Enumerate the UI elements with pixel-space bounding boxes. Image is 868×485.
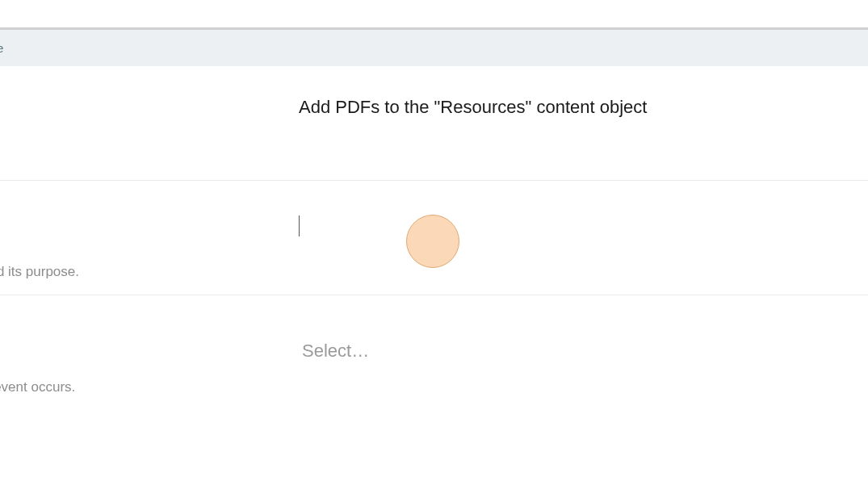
rule-title-input[interactable]: Add PDFs to the "Resources" content obje… bbox=[299, 90, 868, 129]
title-input-wrap: Add PDFs to the "Resources" content obje… bbox=[299, 90, 868, 129]
trigger-event-select[interactable]: Select… bbox=[299, 326, 868, 381]
top-spacer bbox=[0, 0, 868, 27]
description-input-wrap bbox=[299, 207, 868, 257]
field-row-description: A summary description of the rule and it… bbox=[0, 181, 868, 295]
form-area: Add PDFs to the "Resources" content obje… bbox=[0, 66, 868, 410]
rule-description-input[interactable] bbox=[299, 207, 868, 257]
breadcrumb-bar: Configure the new content rule bbox=[0, 30, 868, 66]
trigger-select-wrap: Select… bbox=[299, 326, 868, 381]
text-caret bbox=[299, 215, 300, 236]
field-row-trigger: Select… Execute the rule when the follow… bbox=[0, 295, 868, 410]
title-helper-text: A descriptive title for the rule. bbox=[0, 149, 868, 165]
description-helper-text: A summary description of the rule and it… bbox=[0, 264, 868, 280]
trigger-helper-text: Execute the rule when the following even… bbox=[0, 379, 868, 395]
breadcrumb-text: Configure the new content rule bbox=[0, 41, 3, 55]
field-row-title: Add PDFs to the "Resources" content obje… bbox=[0, 66, 868, 181]
